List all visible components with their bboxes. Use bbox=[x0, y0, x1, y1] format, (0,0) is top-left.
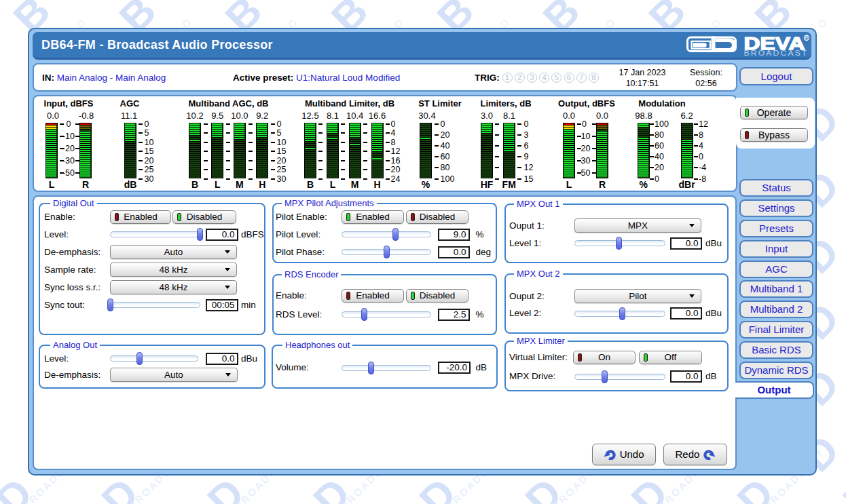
svg-text:BROADCAST: BROADCAST bbox=[744, 50, 809, 57]
svg-text:R: R bbox=[805, 35, 809, 40]
